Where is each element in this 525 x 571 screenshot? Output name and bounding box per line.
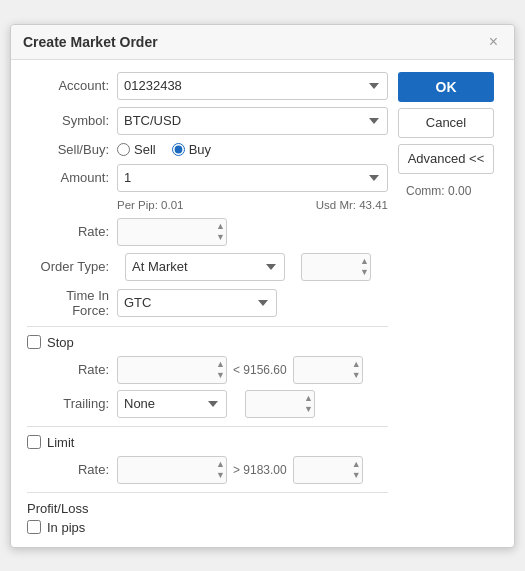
divider-3 <box>27 492 388 493</box>
left-section: Account: 01232438 Symbol: BTC/USD Sell/B… <box>27 72 388 535</box>
order-type-side-down[interactable]: ▼ <box>360 267 369 278</box>
amount-row: Amount: 1 <box>27 164 388 192</box>
amount-label: Amount: <box>27 170 117 185</box>
trailing-side-arrows: ▲ ▼ <box>304 391 313 417</box>
trailing-side-up[interactable]: ▲ <box>304 393 313 404</box>
sell-radio-label[interactable]: Sell <box>117 142 156 157</box>
symbol-select[interactable]: BTC/USD <box>117 107 388 135</box>
stop-side-down[interactable]: ▼ <box>352 370 361 381</box>
limit-side-down[interactable]: ▼ <box>352 470 361 481</box>
rate-row: Rate: 9,183.00 ▲ ▼ <box>27 218 388 246</box>
rate-label: Rate: <box>27 224 117 239</box>
rate-down-arrow[interactable]: ▼ <box>216 232 225 243</box>
trailing-select[interactable]: None <box>117 390 227 418</box>
stop-rate-input[interactable]: 9,154.60 <box>117 356 227 384</box>
order-type-side-up[interactable]: ▲ <box>360 256 369 267</box>
limit-side-spinner: 2.00 ▲ ▼ <box>293 456 363 484</box>
usd-mr-text: Usd Mr: 43.41 <box>316 199 388 211</box>
sellbuy-label: Sell/Buy: <box>27 142 117 157</box>
divider-2 <box>27 426 388 427</box>
stop-side-arrows: ▲ ▼ <box>352 357 361 383</box>
stop-comparison-text: < 9156.60 <box>233 363 287 377</box>
limit-rate-down[interactable]: ▼ <box>216 470 225 481</box>
advanced-button[interactable]: Advanced << <box>398 144 494 174</box>
order-type-spinner: 0.10 ▲ ▼ <box>301 253 371 281</box>
ok-button[interactable]: OK <box>398 72 494 102</box>
per-pip-text: Per Pip: 0.01 <box>117 199 183 211</box>
cancel-button[interactable]: Cancel <box>398 108 494 138</box>
limit-section-header: Limit <box>27 435 388 450</box>
limit-side-arrows: ▲ ▼ <box>352 457 361 483</box>
sell-radio-text: Sell <box>134 142 156 157</box>
order-type-row: Order Type: At Market 0.10 ▲ ▼ <box>27 253 388 281</box>
account-label: Account: <box>27 78 117 93</box>
trailing-label: Trailing: <box>49 396 117 411</box>
stop-rate-arrows: ▲ ▼ <box>216 357 225 383</box>
limit-rate-label: Rate: <box>49 462 117 477</box>
limit-side-up[interactable]: ▲ <box>352 459 361 470</box>
stop-checkbox[interactable] <box>27 335 41 349</box>
stop-rate-up[interactable]: ▲ <box>216 359 225 370</box>
trailing-row: Trailing: None 0 ▲ ▼ <box>49 390 388 418</box>
trailing-side-spinner: 0 ▲ ▼ <box>245 390 315 418</box>
account-select[interactable]: 01232438 <box>117 72 388 100</box>
symbol-label: Symbol: <box>27 113 117 128</box>
account-row: Account: 01232438 <box>27 72 388 100</box>
amount-select[interactable]: 1 <box>117 164 388 192</box>
limit-checkbox[interactable] <box>27 435 41 449</box>
limit-comparison-text: > 9183.00 <box>233 463 287 477</box>
sellbuy-row: Sell/Buy: Sell Buy <box>27 142 388 157</box>
in-pips-checkbox-label[interactable]: In pips <box>27 520 85 535</box>
in-pips-checkbox[interactable] <box>27 520 41 534</box>
trailing-side-down[interactable]: ▼ <box>304 404 313 415</box>
order-type-select[interactable]: At Market <box>125 253 285 281</box>
stop-side-up[interactable]: ▲ <box>352 359 361 370</box>
rate-up-arrow[interactable]: ▲ <box>216 221 225 232</box>
profit-loss-label: Profit/Loss <box>27 501 388 516</box>
in-pips-row: In pips <box>27 520 388 535</box>
limit-checkbox-label[interactable]: Limit <box>27 435 74 450</box>
limit-rate-row: Rate: 9,185.00 ▲ ▼ > 9183.00 2.00 ▲ ▼ <box>49 456 388 484</box>
stop-side-spinner: -2.00 ▲ ▼ <box>293 356 363 384</box>
sell-radio[interactable] <box>117 143 130 156</box>
tif-label: Time In Force: <box>27 288 117 318</box>
stop-checkbox-label[interactable]: Stop <box>27 335 74 350</box>
pip-info: Per Pip: 0.01 Usd Mr: 43.41 <box>117 199 388 211</box>
stop-rate-label: Rate: <box>49 362 117 377</box>
limit-rate-arrows: ▲ ▼ <box>216 457 225 483</box>
stop-rate-down[interactable]: ▼ <box>216 370 225 381</box>
comm-text: Comm: 0.00 <box>406 184 498 198</box>
buy-radio-text: Buy <box>189 142 211 157</box>
tif-row: Time In Force: GTC <box>27 288 388 318</box>
close-button[interactable]: × <box>485 33 502 51</box>
sellbuy-radio-group: Sell Buy <box>117 142 388 157</box>
limit-rate-up[interactable]: ▲ <box>216 459 225 470</box>
main-layout: Account: 01232438 Symbol: BTC/USD Sell/B… <box>27 72 498 535</box>
create-market-order-dialog: Create Market Order × Account: 01232438 … <box>10 24 515 548</box>
right-section: OK Cancel Advanced << Comm: 0.00 <box>398 72 498 535</box>
rate-arrows: ▲ ▼ <box>216 219 225 245</box>
buy-radio-label[interactable]: Buy <box>172 142 211 157</box>
in-pips-text: In pips <box>47 520 85 535</box>
dialog-body: Account: 01232438 Symbol: BTC/USD Sell/B… <box>11 60 514 547</box>
order-type-side-arrows: ▲ ▼ <box>360 254 369 280</box>
stop-rate-row: Rate: 9,154.60 ▲ ▼ < 9156.60 -2.00 ▲ ▼ <box>49 356 388 384</box>
limit-label: Limit <box>47 435 74 450</box>
dialog-title-bar: Create Market Order × <box>11 25 514 60</box>
stop-label: Stop <box>47 335 74 350</box>
limit-rate-input[interactable]: 9,185.00 <box>117 456 227 484</box>
dialog-title-text: Create Market Order <box>23 34 158 50</box>
divider-1 <box>27 326 388 327</box>
stop-section-header: Stop <box>27 335 388 350</box>
rate-input[interactable]: 9,183.00 <box>117 218 227 246</box>
tif-select[interactable]: GTC <box>117 289 277 317</box>
order-type-label: Order Type: <box>27 259 117 274</box>
symbol-row: Symbol: BTC/USD <box>27 107 388 135</box>
buy-radio[interactable] <box>172 143 185 156</box>
rate-spinner: 9,183.00 ▲ ▼ <box>117 218 227 246</box>
stop-rate-spinner: 9,154.60 ▲ ▼ <box>117 356 227 384</box>
limit-rate-spinner: 9,185.00 ▲ ▼ <box>117 456 227 484</box>
